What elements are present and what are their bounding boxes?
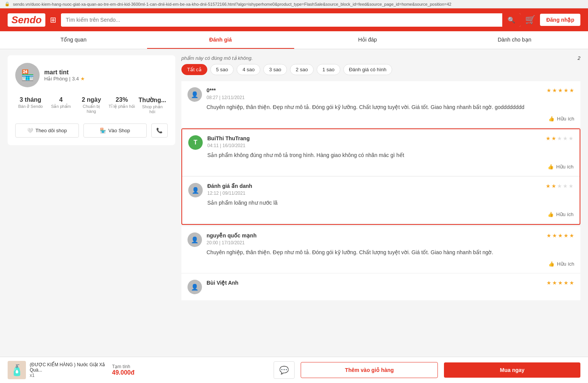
filter-1star[interactable]: 1 sao [317,64,340,75]
stat-ship: 2 ngày Chuẩn bị hàng [76,93,107,117]
filter-3star[interactable]: 3 sao [263,64,287,75]
visit-shop-button[interactable]: 🏪 Vào Shop [83,123,147,138]
stat-products: 4 Sản phẩm [46,93,76,117]
tab-danh-cho-ban[interactable]: Dành cho bạn [441,31,588,49]
reviewer-avatar: 👤 [187,87,202,102]
reviewer-avatar: 👤 [188,183,203,197]
reviewer-name: Đánh giá ẩn danh [207,183,252,189]
thumbs-up-icon: 👍 [548,116,554,122]
thumbs-up-icon: 👍 [548,212,554,217]
stat-cancel: 23% Tỉ lệ phản hồi [107,93,137,117]
secure-icon: 🔒 [5,2,10,6]
tab-tong-quan[interactable]: Tổng quan [0,31,147,49]
shop-actions: 🤍 Theo dõi shop 🏪 Vào Shop 📞 [15,123,168,138]
nav-tabs: Tổng quan Đánh giá Hỏi đáp Dành cho bạn [0,31,588,49]
url-text: sendo.vn/duoc-kiem-hang-nuoc-giat-xa-qua… [13,2,451,6]
search-button[interactable]: 🔍 [502,13,521,27]
review-text: Sản phẩm loãng như nước lã [207,199,574,207]
review-item: 👤 nguyễn quốc mạnh ★★★★★ 20:00 | 17/10/2… [181,226,580,273]
review-stars: ★★★★★ [546,183,574,189]
search-input[interactable] [61,14,502,26]
review-text: Chuyên nghiệp, thân thiện. Đẹp như mô tả… [207,103,574,111]
avatar-icon: 👤 [192,187,199,194]
reviewer-name: Bùi Việt Anh [207,280,239,286]
avatar-letter: T [194,139,197,146]
review-item: 👤 Bùi Việt Anh ★★★★★ [181,274,580,300]
review-text: Chuyên nghiệp, thân thiện. Đẹp như mô tả… [207,248,574,256]
phone-button[interactable]: 📞 [151,123,168,138]
review-date: 12:12 | 09/11/2021 [207,191,574,196]
helpful-button[interactable]: 👍 Hữu ích [207,116,574,122]
shop-location: Hải Phòng | 3.4 ★ [44,76,85,82]
shop-info: mart tint Hải Phòng | 3.4 ★ [44,69,85,82]
review-content: BuiThi ThuTrang ★★★★★ 04:11 | 16/10/2021… [207,135,574,170]
filter-all[interactable]: Tất cả [181,64,207,75]
follow-shop-button[interactable]: 🤍 Theo dõi shop [15,123,79,138]
tab-danh-gia[interactable]: Đánh giá [147,31,294,49]
review-item: T BuiThi ThuTrang ★★★★★ 04:11 | 16/10/20… [182,129,580,176]
reviewer-avatar: T [188,135,203,150]
rating-note: phẩm này có đúng mô tả không. 2 [181,55,580,61]
avatar-icon: 👤 [191,91,199,98]
shop-avatar: 🏪 [15,63,40,87]
review-filters: Tất cả 5 sao 4 sao 3 sao 2 sao 1 sao Đán… [181,64,580,75]
header: Sendo ⊞ 🔍 🛒 Đăng nhập [0,8,588,31]
reviewer-name: nguyễn quốc mạnh [207,232,256,239]
review-content: 0*** ★★★★★ 08:27 | 12/11/2021 Chuyên ngh… [207,87,574,122]
stat-months: 3 tháng Bán ở Sendo [15,93,46,117]
review-item: 👤 Đánh giá ẩn danh ★★★★★ 12:12 | 09/11/2… [182,176,580,223]
tab-hoi-dap[interactable]: Hỏi đáp [294,31,441,49]
url-bar: 🔒 sendo.vn/duoc-kiem-hang-nuoc-giat-xa-q… [0,0,588,8]
avatar-icon: 👤 [191,284,199,291]
avatar-icon: 👤 [191,236,199,244]
review-stars: ★★★★★ [546,232,574,239]
shop-stats: 3 tháng Bán ở Sendo 4 Sản phẩm 2 ngày Ch… [15,93,168,117]
review-content: Đánh giá ẩn danh ★★★★★ 12:12 | 09/11/202… [207,183,574,217]
grid-icon[interactable]: ⊞ [50,15,56,24]
review-text: Sản phẩm không đúng như mô tả trong hình… [207,151,574,159]
helpful-button[interactable]: 👍 Hữu ích [207,164,574,170]
review-date: 20:00 | 17/10/2021 [207,240,574,245]
reviewer-avatar: 👤 [187,280,202,294]
review-date: 04:11 | 16/10/2021 [207,143,574,148]
review-stars: ★★★★★ [546,135,574,141]
shop-header: 🏪 mart tint Hải Phòng | 3.4 ★ [15,63,168,87]
review-content: Bùi Việt Anh ★★★★★ [207,280,574,287]
reviewer-name: BuiThi ThuTrang [207,135,250,141]
shop-card: 🏪 mart tint Hải Phòng | 3.4 ★ 3 tháng Bá… [8,55,175,145]
phone-icon: 📞 [156,128,163,133]
heart-icon: 🤍 [27,128,33,133]
helpful-button[interactable]: 👍 Hữu ích [207,212,574,217]
filter-5star[interactable]: 5 sao [210,64,234,75]
shop-name: mart tint [44,69,85,76]
reviews-panel: phẩm này có đúng mô tả không. 2 Tất cả 5… [181,55,580,301]
highlighted-reviews: T BuiThi ThuTrang ★★★★★ 04:11 | 16/10/20… [181,128,580,225]
filter-2star[interactable]: 2 sao [290,64,314,75]
thumbs-up-icon: 👍 [548,261,554,267]
logo[interactable]: Sendo [8,13,45,27]
stat-response: Thường... Shop phản hồi [137,93,168,117]
search-bar: 🔍 [61,13,521,27]
reviewer-avatar: 👤 [187,232,202,247]
cart-icon[interactable]: 🛒 [525,15,535,25]
filter-with-image[interactable]: Đánh giá có hình [343,64,392,75]
review-item: 👤 0*** ★★★★★ 08:27 | 12/11/2021 Chuyên n… [181,81,580,128]
reviewer-name: 0*** [207,87,216,93]
shop-rating-star: ★ [80,76,85,82]
filter-4star[interactable]: 4 sao [237,64,260,75]
store-icon: 🏪 [100,128,106,133]
login-button[interactable]: Đăng nhập [540,14,580,26]
helpful-button[interactable]: 👍 Hữu ích [207,261,574,267]
review-content: nguyễn quốc mạnh ★★★★★ 20:00 | 17/10/202… [207,232,574,267]
review-stars: ★★★★★ [546,87,574,93]
thumbs-up-icon: 👍 [548,164,554,170]
shop-panel: 🏪 mart tint Hải Phòng | 3.4 ★ 3 tháng Bá… [8,55,175,301]
review-date: 08:27 | 12/11/2021 [207,95,574,100]
main-content: 🏪 mart tint Hải Phòng | 3.4 ★ 3 tháng Bá… [0,49,588,307]
review-stars: ★★★★★ [546,280,574,286]
